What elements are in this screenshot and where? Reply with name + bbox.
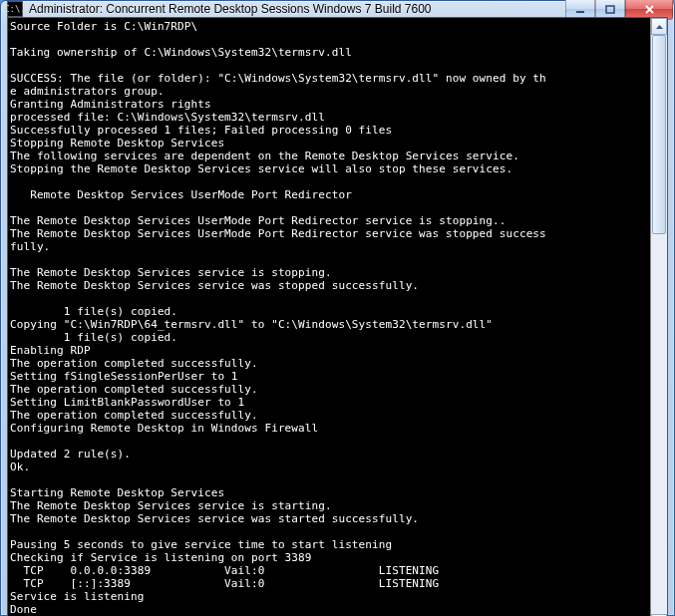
- console-line: [10, 59, 648, 72]
- console-line: Checking if Service is listening on port…: [10, 551, 648, 564]
- console-line: Updated 2 rule(s).: [10, 448, 648, 461]
- console-line: Stopping Remote Desktop Services: [10, 137, 648, 150]
- svg-rect-0: [576, 11, 584, 13]
- console-line: The Remote Desktop Services UserMode Por…: [10, 214, 648, 227]
- console-line: Pausing 5 seconds to give service time t…: [10, 538, 648, 551]
- console-line: The Remote Desktop Services service was …: [10, 512, 648, 525]
- console-line: The Remote Desktop Services service is s…: [10, 499, 648, 512]
- console-line: 1 file(s) copied.: [10, 331, 648, 344]
- console-line: Configuring Remote Desktop in Windows Fi…: [10, 422, 648, 435]
- console-line: [10, 253, 648, 266]
- console-line: Service is listening: [10, 590, 648, 603]
- console-line: Setting fSingleSessionPerUser to 1: [10, 370, 648, 383]
- console-line: Stopping the Remote Desktop Services ser…: [10, 162, 648, 175]
- scroll-track[interactable]: [651, 35, 667, 614]
- console-line: Setting LimitBlankPasswordUser to 1: [10, 396, 648, 409]
- console-window: C:\. Administrator: Concurrent Remote De…: [0, 0, 675, 616]
- console-line: Granting Administrators rights: [10, 98, 648, 111]
- console-line: Successfully processed 1 files; Failed p…: [10, 124, 648, 137]
- console-line: The following services are dependent on …: [10, 150, 648, 162]
- maximize-icon: [605, 5, 615, 15]
- scroll-thumb[interactable]: [652, 35, 666, 234]
- console-line: e administrators group.: [10, 85, 648, 98]
- cmd-icon: C:\.: [7, 1, 23, 17]
- console-line: fully.: [10, 240, 648, 253]
- console-line: Starting Remote Desktop Services: [10, 486, 648, 499]
- console-line: Taking ownership of C:\Windows\System32\…: [10, 46, 648, 59]
- console-line: SUCCESS: The file (or folder): "C:\Windo…: [10, 72, 648, 85]
- console-line: [10, 473, 648, 486]
- console-line: The Remote Desktop Services service was …: [10, 279, 648, 292]
- console-line: The Remote Desktop Services UserMode Por…: [10, 227, 648, 240]
- close-icon: [644, 4, 655, 15]
- console-line: Remote Desktop Services UserMode Port Re…: [10, 188, 648, 201]
- console-line: The operation completed successfully.: [10, 357, 648, 370]
- console-line: [10, 201, 648, 214]
- minimize-icon: [575, 5, 585, 15]
- scroll-up-button[interactable]: [651, 18, 667, 35]
- console-line: TCP [::]:3389 Vail:0 LISTENING: [10, 577, 648, 590]
- console-line: Done: [10, 603, 648, 616]
- window-title: Administrator: Concurrent Remote Desktop…: [29, 2, 432, 16]
- console-line: Source Folder is C:\Win7RDP\: [10, 20, 648, 33]
- console-line: [10, 292, 648, 305]
- svg-rect-1: [606, 6, 614, 13]
- console-line: TCP 0.0.0.0:3389 Vail:0 LISTENING: [10, 564, 648, 577]
- console-line: Ok.: [10, 461, 648, 473]
- console-line: The Remote Desktop Services service is s…: [10, 266, 648, 279]
- console-line: [10, 435, 648, 448]
- console-line: [10, 525, 648, 538]
- console-line: Copying "C:\Win7RDP\64_termsrv.dll" to "…: [10, 318, 648, 331]
- console-line: [10, 175, 648, 188]
- titlebar[interactable]: C:\. Administrator: Concurrent Remote De…: [1, 1, 674, 17]
- vertical-scrollbar[interactable]: [650, 18, 667, 616]
- chevron-up-icon: [656, 25, 663, 29]
- console-line: The operation completed successfully.: [10, 409, 648, 422]
- console-line: [10, 33, 648, 46]
- console-line: 1 file(s) copied.: [10, 305, 648, 318]
- console-line: processed file: C:\Windows\System32\term…: [10, 111, 648, 124]
- console-output[interactable]: Source Folder is C:\Win7RDP\ Taking owne…: [8, 18, 650, 616]
- console-line: The operation completed successfully.: [10, 383, 648, 396]
- client-area: Source Folder is C:\Win7RDP\ Taking owne…: [7, 17, 668, 616]
- console-line: Enabling RDP: [10, 344, 648, 357]
